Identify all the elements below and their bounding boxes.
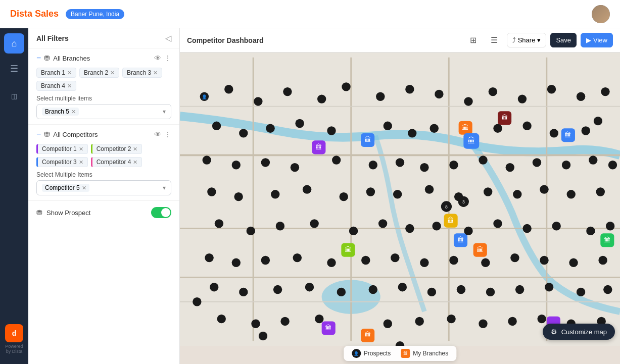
svg-point-136 <box>515 285 524 294</box>
branches-selected-remove[interactable]: ✕ <box>71 109 76 115</box>
competitor-tag-3-remove[interactable]: ✕ <box>79 159 83 166</box>
branch-tag-3-remove[interactable]: ✕ <box>153 70 158 76</box>
svg-point-99 <box>247 227 255 235</box>
branches-toggle[interactable]: − <box>36 54 41 63</box>
branch-tag-1[interactable]: Branch 1 ✕ <box>36 68 76 78</box>
svg-point-122 <box>510 253 519 262</box>
svg-point-61 <box>384 122 392 130</box>
svg-point-93 <box>484 187 492 196</box>
svg-point-43 <box>254 97 262 106</box>
branch-tag-4[interactable]: Branch 4 ✕ <box>36 81 76 91</box>
svg-point-42 <box>224 85 233 93</box>
filter-title: All Filters <box>36 34 69 42</box>
svg-point-144 <box>384 320 392 328</box>
svg-text:🏛: 🏛 <box>476 246 484 253</box>
competitor-tag-4-remove[interactable]: ✕ <box>133 159 137 166</box>
prospect-label: Show Prospect <box>46 209 147 217</box>
branch-tag-1-remove[interactable]: ✕ <box>67 70 72 76</box>
svg-text:🏛: 🏛 <box>501 114 508 122</box>
list-view-btn[interactable]: ☰ <box>486 32 503 48</box>
sidebar-item-expand[interactable]: ◫ <box>4 86 24 106</box>
competitors-visibility-icon[interactable]: 👁 <box>154 130 161 138</box>
svg-point-90 <box>393 190 402 198</box>
branches-visibility-icon[interactable]: 👁 <box>154 54 161 62</box>
map-background[interactable]: 🏛 🏛 🏛 🏛 🏛 🏛 <box>180 53 620 346</box>
svg-point-120 <box>449 256 458 265</box>
branch-tag-2[interactable]: Branch 2 ✕ <box>79 68 119 78</box>
legend-prospects: 👤 Prospects <box>352 349 391 358</box>
svg-point-47 <box>376 92 385 101</box>
view-btn[interactable]: ▶ View <box>581 33 613 47</box>
svg-point-73 <box>332 155 341 164</box>
competitors-tags: Competitor 1 ✕ Competitor 2 ✕ Competitor… <box>36 144 171 167</box>
svg-text:🏛: 🏛 <box>315 143 322 151</box>
share-btn[interactable]: ⤴ Share ▾ <box>507 33 547 47</box>
branch-tag-2-remove[interactable]: ✕ <box>110 70 115 76</box>
prospect-row: ⛃ Show Prospect <box>28 201 179 224</box>
legend-branches: 🏛 My Branches <box>401 349 448 358</box>
svg-point-100 <box>276 222 284 230</box>
svg-point-48 <box>405 85 414 93</box>
customize-map-btn[interactable]: ⚙ Customize map <box>543 324 615 340</box>
user-avatar[interactable] <box>592 5 610 23</box>
grid-view-btn[interactable]: ⊞ <box>465 32 482 48</box>
svg-point-84 <box>207 187 216 196</box>
svg-text:🏛: 🏛 <box>345 246 352 253</box>
branches-select[interactable]: Branch 5 ✕ ▾ <box>36 104 171 119</box>
competitors-more-icon[interactable]: ⋮ <box>164 130 171 138</box>
filter-panel: All Filters ◁ − ⛃ All Branches 👁 ⋮ Branc… <box>28 28 180 364</box>
competitor-tag-2-remove[interactable]: ✕ <box>133 146 137 152</box>
svg-text:8: 8 <box>445 204 448 210</box>
svg-point-88 <box>339 192 348 201</box>
branch-tag-3[interactable]: Branch 3 ✕ <box>122 68 162 78</box>
svg-point-95 <box>540 185 548 193</box>
svg-point-123 <box>540 256 548 265</box>
branches-section: − ⛃ All Branches 👁 ⋮ Branch 1 ✕ Branch 2 <box>28 48 179 125</box>
competitors-toggle[interactable]: − <box>36 130 41 139</box>
competitors-select-label: Select Multiple Items <box>36 171 171 178</box>
share-icon: ⤴ <box>512 36 516 44</box>
competitor-tag-2[interactable]: Competitor 2 ✕ <box>91 144 142 154</box>
competitor-tag-1[interactable]: Competitor 1 ✕ <box>36 144 88 154</box>
branches-label: All Branches <box>53 55 151 62</box>
svg-point-108 <box>522 224 531 233</box>
svg-point-78 <box>479 155 487 164</box>
svg-point-51 <box>489 87 497 96</box>
competitors-selected-remove[interactable]: ✕ <box>82 185 86 191</box>
svg-point-57 <box>239 129 248 137</box>
map-canvas[interactable]: 🏛 🏛 🏛 🏛 🏛 🏛 <box>180 53 620 346</box>
competitor-tag-3[interactable]: Competitor 3 ✕ <box>36 157 88 167</box>
svg-point-68 <box>594 117 602 125</box>
svg-point-79 <box>506 163 514 172</box>
svg-text:🏛: 🏛 <box>457 236 464 244</box>
competitors-select[interactable]: Competitor 5 ✕ ▾ <box>36 180 171 195</box>
prospect-toggle[interactable] <box>151 207 171 218</box>
svg-point-97 <box>596 187 605 196</box>
svg-point-142 <box>280 317 289 326</box>
location-badge[interactable]: Baner Pune, India <box>66 9 124 19</box>
branches-icon: ⛃ <box>44 54 50 62</box>
sidebar-item-home[interactable]: ⌂ <box>4 33 24 54</box>
svg-point-54 <box>577 92 585 101</box>
competitors-selected-value: Competitor 5 <box>45 184 80 191</box>
branch-tag-4-remove[interactable]: ✕ <box>67 83 72 89</box>
svg-point-101 <box>310 219 318 228</box>
svg-point-45 <box>317 94 326 103</box>
map-legend: 👤 Prospects 🏛 My Branches <box>344 346 456 361</box>
app-brand: Dista Sales <box>10 9 59 19</box>
svg-text:🏛: 🏛 <box>447 217 454 224</box>
competitor-tag-1-remove[interactable]: ✕ <box>79 146 83 152</box>
svg-point-111 <box>606 222 614 230</box>
branches-selected-value: Branch 5 <box>45 108 69 115</box>
sidebar-item-layers[interactable]: ☰ <box>4 59 24 79</box>
svg-point-113 <box>232 258 241 267</box>
branches-more-icon[interactable]: ⋮ <box>164 54 171 62</box>
competitor-tag-4[interactable]: Competitor 4 ✕ <box>91 157 142 167</box>
svg-point-91 <box>425 185 434 193</box>
save-btn[interactable]: Save <box>550 33 577 47</box>
svg-point-96 <box>567 190 576 198</box>
svg-point-56 <box>212 122 221 130</box>
svg-point-137 <box>545 283 553 291</box>
filter-collapse-btn[interactable]: ◁ <box>165 33 171 43</box>
view-icon: ▶ <box>586 36 591 44</box>
